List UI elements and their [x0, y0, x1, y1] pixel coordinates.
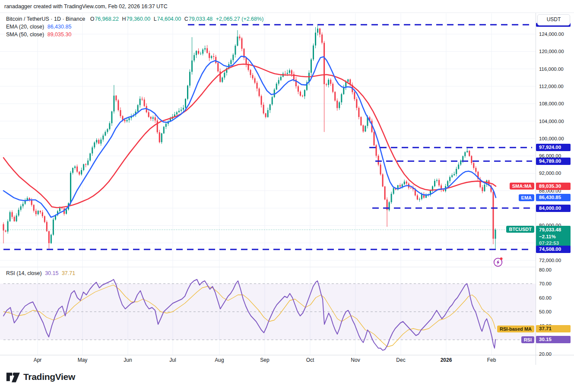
sma-value-tag-side-label: SMA:MA [510, 183, 534, 190]
ohlc-low-value: 74,604.00 [157, 16, 181, 22]
time-axis-label-aug: Aug [215, 357, 224, 363]
rsi-axis-label: 70.00 [539, 281, 552, 286]
chart-canvas[interactable] [0, 0, 574, 392]
time-axis-label-dec: Dec [396, 357, 405, 363]
tradingview-logo[interactable]: TradingView [6, 371, 75, 383]
rsi-value: 30.15 [45, 270, 58, 276]
time-axis-label-apr: Apr [34, 357, 42, 363]
ema-value: 86,430.85 [48, 24, 72, 30]
ohlc-high-value: 79,360.00 [127, 16, 151, 22]
time-axis-label-oct: Oct [306, 357, 314, 363]
rsi-value-tag: 30.15 [536, 336, 571, 343]
rsi-ma-value-tag-side-label: RSI-based MA [497, 326, 534, 332]
ohlc-open-label: O [90, 16, 95, 22]
ohlc-high-label: H [122, 16, 126, 22]
price-axis-label: 108,000.00 [539, 101, 564, 106]
time-axis-label-jul: Jul [169, 357, 176, 363]
price-axis-label: 112,000.00 [539, 84, 564, 89]
price-axis-label: 120,000.00 [539, 49, 564, 54]
ohlc-close-value: 79,033.48 [189, 16, 213, 22]
sma-value-tag: 89,035.30 [536, 183, 571, 190]
ohlc-open-value: 76,968.22 [95, 16, 119, 22]
price-axis-label: 116,000.00 [539, 66, 564, 72]
time-axis-label-may: May [78, 357, 88, 363]
level-74508-tag: 74,508.00 [536, 246, 571, 253]
price-axis-label: 124,000.00 [539, 32, 564, 37]
time-axis-label-2026: 2026 [441, 357, 452, 363]
rsi-axis-label: 20.00 [539, 351, 552, 357]
currency-toggle-button[interactable]: USDT [537, 14, 570, 25]
symbol-title[interactable]: Bitcoin / TetherUS · 1D · Binance [6, 16, 85, 22]
sma-50-line [3, 64, 496, 208]
time-axis-label-sep: Sep [260, 357, 269, 363]
rsi-ma-value-tag: 37.71 [536, 325, 571, 332]
sma-legend-row[interactable]: SMA (50, close) 89,035.30 [6, 32, 73, 38]
price-axis-label: 100,000.00 [539, 136, 564, 141]
time-axis-label-jun: Jun [124, 357, 132, 363]
last-price-tag-side-label: BTCUSDT [506, 226, 534, 233]
last-price-tag-line: 79,033.48 [539, 227, 571, 234]
symbol-legend-row[interactable]: Bitcoin / TetherUS · 1D · Binance O76,96… [6, 16, 265, 22]
time-axis-separator [0, 355, 574, 355]
sma-value: 89,035.30 [48, 32, 72, 38]
rsi-value-tag-side-label: RSI [521, 336, 534, 343]
flash-agent-icon[interactable] [492, 256, 504, 268]
ohlc-low-label: L [154, 16, 157, 22]
tradingview-chart-screenshot: ranadagger created with TradingView.com,… [0, 0, 574, 392]
time-axis-label-feb: Feb [487, 357, 496, 363]
last-price-tag: 79,033.48−2.11%07:22:53 [536, 226, 571, 248]
candlestick-series [3, 25, 496, 250]
last-price-tag-line: −2.11% [539, 234, 571, 240]
price-axis-label: 92,000.00 [539, 171, 561, 176]
tradingview-logo-icon [6, 371, 20, 383]
rsi-axis-label: 60.00 [539, 295, 552, 300]
level-94789-tag: 94,789.00 [536, 158, 571, 165]
rsi-legend-row[interactable]: RSI (14, close) 30.15 37.71 [6, 270, 77, 276]
ohlc-close-label: C [184, 16, 188, 22]
tradingview-logo-text: TradingView [23, 372, 75, 382]
ema-value-tag: 86,430.85 [536, 194, 571, 201]
rsi-label: RSI (14, close) [6, 270, 42, 276]
rsi-axis-label: 80.00 [539, 267, 552, 272]
ema-20-line [3, 56, 496, 217]
notification-dot [500, 257, 503, 260]
level-84000-tag: 84,000.00 [536, 205, 571, 212]
sma-label: SMA (50, close) [6, 32, 44, 38]
ema-legend-row[interactable]: EMA (20, close) 86,430.85 [6, 24, 73, 30]
pane-separator[interactable] [0, 267, 536, 267]
price-axis-label: 72,000.00 [539, 258, 561, 263]
rsi-axis-label: 50.00 [539, 309, 552, 314]
ema-label: EMA (20, close) [6, 24, 44, 30]
level-97924-tag: 97,924.00 [536, 144, 571, 151]
ema-value-tag-side-label: EMA [519, 194, 534, 201]
time-axis-label-nov: Nov [351, 357, 360, 363]
rsi-ma-value: 37.71 [62, 270, 75, 276]
change-value: +2,065.27 (+2.68%) [216, 16, 264, 22]
price-axis-label: 104,000.00 [539, 119, 564, 124]
